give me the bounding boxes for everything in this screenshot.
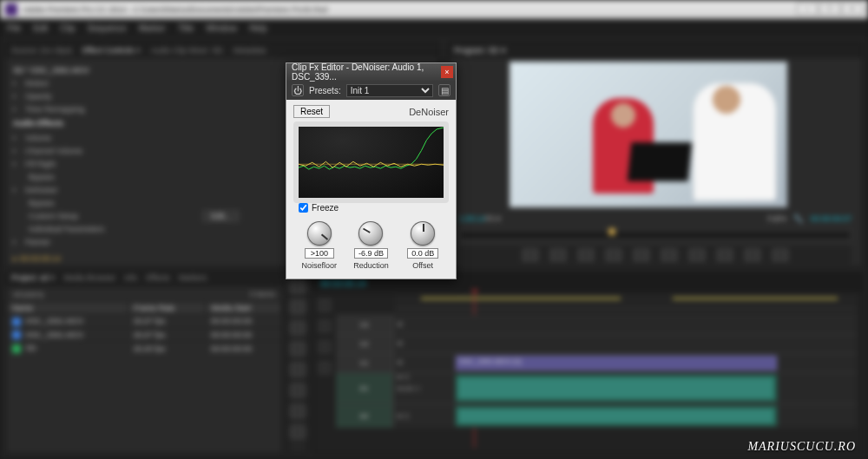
table-row[interactable]: DSC_3391.MOV29,97 fps00:00:00:00 [7, 328, 282, 342]
noisefloor-value[interactable]: >100 [305, 248, 334, 259]
track-v1-header[interactable]: V1 [336, 354, 393, 372]
reduction-knob[interactable]: -6.9 dB Reduction [346, 221, 395, 270]
freeze-checkbox[interactable] [299, 203, 308, 213]
noise-scope [293, 121, 449, 203]
reset-button[interactable]: Reset [293, 105, 330, 118]
slip-tool[interactable] [290, 364, 306, 376]
track-a1-header[interactable]: A1 [336, 373, 393, 403]
track-v2-header[interactable]: V2 [336, 335, 393, 353]
tab-project[interactable]: Project: sd × [11, 273, 55, 287]
dial-icon[interactable] [358, 221, 383, 246]
window-titlebar: Adobe Premiere Pro CC 2014 - C:\Users\Ma… [0, 0, 868, 19]
col-framerate[interactable]: Frame Rate [128, 302, 206, 315]
tab-audio-mixer[interactable]: Audio Clip Mixer: SD [151, 46, 223, 55]
pen-tool[interactable] [290, 384, 306, 397]
maximize-button[interactable]: □ [819, 3, 840, 15]
preset-save-icon[interactable]: ▤ [438, 84, 450, 96]
edit-button[interactable]: Edit... [203, 211, 239, 221]
mark-in-button[interactable] [523, 249, 538, 261]
tab-markers[interactable]: Markers [179, 273, 207, 287]
project-table[interactable]: NameFrame RateMedia Start DSC_3391.MOV29… [6, 301, 282, 355]
tab-source[interactable]: Source: (no clips) [11, 46, 72, 55]
linked-selection-icon[interactable] [319, 320, 331, 332]
playhead-marker-icon[interactable] [608, 228, 615, 235]
tab-media-browser[interactable]: Media Browser [63, 273, 115, 287]
program-fit-dropdown[interactable]: Fit ▾ [485, 214, 501, 223]
go-out-button[interactable] [689, 249, 705, 261]
hand-tool[interactable] [290, 405, 306, 417]
track-a2-header[interactable]: A2 [336, 404, 393, 428]
mute-solo-icons[interactable]: M S [397, 412, 409, 420]
marker-icon[interactable] [319, 341, 331, 353]
tab-effect-controls[interactable]: Effect Controls × [82, 46, 141, 55]
menu-edit[interactable]: Edit [33, 23, 48, 33]
power-icon[interactable]: ⏻ [292, 84, 304, 96]
selection-tool[interactable] [290, 280, 306, 292]
fx-titlebar[interactable]: Clip Fx Editor - DeNoiser: Audio 1, DSC_… [286, 63, 456, 81]
lift-button[interactable] [717, 249, 733, 261]
dial-icon[interactable] [411, 221, 435, 246]
audio-clip-2[interactable] [456, 406, 777, 426]
close-icon[interactable]: × [441, 66, 453, 78]
track-select-tool[interactable] [290, 301, 306, 313]
menu-clip[interactable]: Clip [60, 23, 75, 33]
go-in-button[interactable] [578, 249, 594, 261]
extract-button[interactable] [745, 249, 760, 261]
menu-help[interactable]: Help [249, 23, 267, 33]
laptop-icon [627, 142, 692, 181]
settings-icon[interactable]: 🔧 [793, 214, 803, 223]
zoom-tool[interactable] [290, 426, 306, 438]
program-full-dropdown[interactable]: Full ▾ [767, 214, 786, 223]
program-scrubber[interactable] [459, 230, 852, 240]
track-v3-header[interactable]: V3 [336, 316, 393, 334]
presets-label: Presets: [309, 86, 341, 95]
snap-icon[interactable] [319, 299, 331, 311]
col-name[interactable]: Name [7, 302, 128, 315]
menubar[interactable]: File Edit Clip Sequence Marker Title Win… [0, 19, 868, 36]
eye-icon[interactable]: 👁 [397, 321, 404, 329]
tab-metadata[interactable]: Metadata [233, 46, 266, 55]
audio-clip-1[interactable] [456, 375, 777, 402]
tab-effects[interactable]: Effects [146, 273, 169, 287]
effect-controls-tabs[interactable]: Source: (no clips) Effect Controls × Aud… [6, 43, 438, 58]
menu-marker[interactable]: Marker [139, 23, 166, 33]
mark-out-button[interactable] [550, 249, 566, 261]
window-title: Adobe Premiere Pro CC 2014 - C:\Users\Ma… [23, 5, 327, 14]
step-fwd-button[interactable] [661, 249, 677, 261]
close-button[interactable]: × [842, 3, 863, 15]
razor-tool[interactable] [290, 343, 306, 355]
table-row[interactable]: SD25,00 fps00:00:00:00 [7, 342, 282, 355]
program-video[interactable] [510, 62, 787, 207]
dial-icon[interactable] [307, 221, 332, 246]
track-a1-label: Audio 1 [397, 384, 420, 392]
step-back-button[interactable] [606, 249, 621, 261]
program-tc-right: 00:08:09:07 [810, 214, 852, 223]
eye-icon[interactable]: 👁 [397, 340, 404, 348]
settings-icon[interactable] [319, 362, 331, 374]
person-interviewer [694, 83, 776, 200]
tab-program[interactable]: Program: SD ▾ [454, 46, 506, 55]
reduction-label: Reduction [353, 261, 389, 270]
video-clip[interactable]: DSC_3391.MOV [V] [456, 356, 777, 370]
export-frame-button[interactable] [773, 249, 788, 261]
menu-window[interactable]: Window [206, 23, 237, 33]
minimize-button[interactable]: – [797, 3, 818, 15]
program-monitor-panel: Program: SD ▾ 1:05:14 Fit ▾ Full ▾ 🔧 00:… [448, 42, 863, 267]
offset-knob[interactable]: 0.0 dB Offset [398, 221, 447, 270]
eye-icon[interactable]: 👁 [397, 359, 404, 367]
timeline-ruler[interactable] [395, 294, 857, 310]
tab-info[interactable]: Info [124, 273, 137, 287]
play-button[interactable] [634, 249, 649, 261]
preset-dropdown[interactable]: Init 1 [346, 84, 433, 97]
col-mediastart[interactable]: Media Start [206, 302, 282, 315]
menu-file[interactable]: File [7, 23, 21, 33]
menu-title[interactable]: Title [178, 23, 194, 33]
table-row[interactable]: DSC_3391.MOV29,97 fps00:00:00:00 [7, 315, 282, 329]
ripple-tool[interactable] [290, 322, 306, 334]
menu-sequence[interactable]: Sequence [88, 23, 127, 33]
mute-solo-icons[interactable]: M S [397, 373, 409, 381]
tool-panel [288, 272, 307, 454]
offset-value[interactable]: 0.0 dB [407, 248, 438, 259]
reduction-value[interactable]: -6.9 dB [354, 248, 388, 259]
noisefloor-knob[interactable]: >100 Noisefloor [295, 221, 344, 270]
